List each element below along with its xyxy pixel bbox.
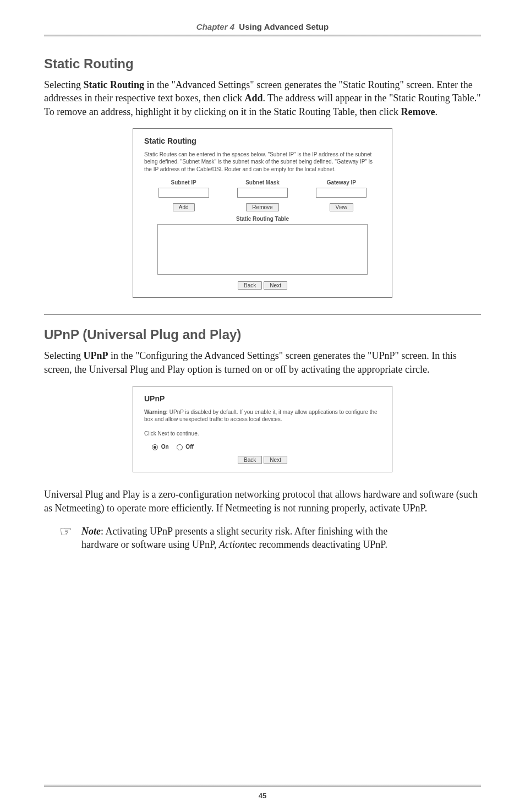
upnp-panel: UPnP Warning: UPnP is disabled by defaul… [133,386,392,472]
chapter-label: Chapter 4 [196,22,234,31]
radio-off[interactable] [177,444,183,450]
subnet-ip-input[interactable] [158,188,209,198]
section1-body: Selecting Static Routing in the "Advance… [44,78,481,118]
section2-body: Selecting UPnP in the "Configuring the A… [44,349,481,376]
section-heading-upnp: UPnP (Universal Plug and Play) [44,327,481,342]
subnet-mask-input[interactable] [237,188,288,198]
radio-on[interactable] [152,444,158,450]
upnp-continue: Click Next to continue. [144,430,381,438]
section-heading-static-routing: Static Routing [44,56,481,72]
section-divider [44,314,481,315]
on-label: On [161,444,169,450]
para3: Universal Plug and Play is a zero-config… [44,488,481,515]
remove-button[interactable]: Remove [246,203,278,211]
note-part2: tec recommends deactivating UPnP. [245,539,387,550]
note-text: Note: Activating UPnP presents a slight … [81,525,401,552]
note-action: Action [219,539,245,550]
upnp-next-button[interactable]: Next [264,456,287,464]
page-number: 45 [0,792,525,800]
upnp-title: UPnP [144,394,381,403]
table-caption: Static Routing Table [144,216,381,222]
running-header: Chapter 4 Using Advanced Setup [44,22,481,31]
off-label: Off [185,444,193,450]
note-block: ☞ Note: Activating UPnP presents a sligh… [59,525,401,552]
gateway-ip-input[interactable] [316,188,367,198]
panel-title: Static Routing [144,137,381,145]
col-gateway-ip: Gateway IP [302,179,381,186]
panel-desc: Static Routes can be entered in the spac… [144,151,381,173]
back-button[interactable]: Back [238,281,262,290]
next-button[interactable]: Next [264,281,287,290]
static-routing-table[interactable] [157,224,368,275]
note-icon: ☞ [59,525,81,552]
static-routing-panel: Static Routing Static Routes can be ente… [133,128,392,298]
footer-divider [44,784,481,787]
warning-text: UPnP is disabled by default. If you enab… [144,409,378,423]
upnp-warning: Warning: UPnP is disabled by default. If… [144,408,381,423]
chapter-title: Using Advanced Setup [239,22,329,31]
col-subnet-ip: Subnet IP [144,179,223,186]
add-button[interactable]: Add [173,203,195,211]
upnp-back-button[interactable]: Back [238,456,262,464]
note-label: Note [81,526,101,537]
view-button[interactable]: View [330,203,354,211]
col-subnet-mask: Subnet Mask [223,179,302,186]
header-divider [44,35,481,37]
warning-label: Warning: [144,409,168,415]
